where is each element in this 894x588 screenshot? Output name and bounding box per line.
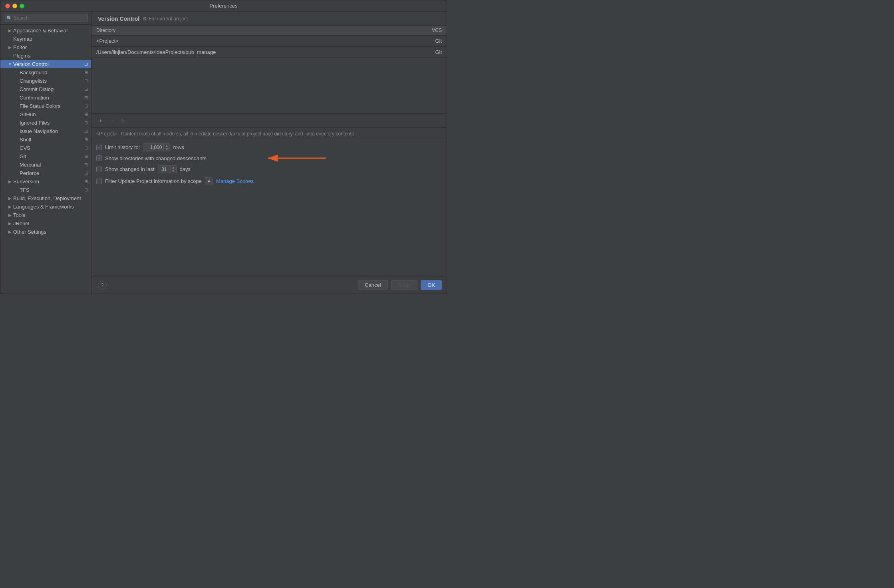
sidebar-item-subversion[interactable]: ▶ Subversion ⊞ <box>0 177 91 186</box>
sidebar-item-label: Version Control <box>13 61 83 67</box>
sidebar-item-cvs[interactable]: CVS ⊞ <box>0 144 91 152</box>
spin-down-button[interactable]: ▼ <box>164 147 169 151</box>
add-button[interactable]: + <box>96 116 105 125</box>
sidebar-item-perforce[interactable]: Perforce ⊞ <box>0 169 91 177</box>
spacer <box>13 87 20 91</box>
sidebar-item-label: Mercurial <box>20 162 83 168</box>
show-directories-checkbox[interactable] <box>96 155 102 161</box>
show-changed-checkbox[interactable] <box>96 167 102 172</box>
spacer <box>13 129 20 133</box>
bottom-right: Cancel Apply OK <box>358 280 442 290</box>
limit-history-checkbox[interactable] <box>96 145 102 150</box>
remove-button[interactable]: − <box>107 116 116 125</box>
table-row[interactable]: <Project> Git <box>91 36 447 47</box>
panel-subtitle: ⚙ For current project <box>143 16 188 22</box>
maximize-button[interactable] <box>20 4 24 8</box>
sidebar-item-editor[interactable]: ▶ Editor <box>0 43 91 52</box>
spacer <box>91 189 447 276</box>
sidebar-item-shelf[interactable]: Shelf ⊞ <box>0 135 91 144</box>
settings-icon: ⊞ <box>84 87 88 92</box>
options-area: Limit history to: ▲ ▼ rows Show director… <box>91 140 447 189</box>
show-changed-input[interactable]: ▲ ▼ <box>158 165 177 173</box>
settings-icon: ⊞ <box>84 70 88 75</box>
search-icon: 🔍 <box>6 16 12 21</box>
sidebar-item-keymap[interactable]: Keymap <box>0 35 91 43</box>
sidebar-item-commit-dialog[interactable]: Commit Dialog ⊞ <box>0 85 91 93</box>
settings-icon: ⊞ <box>84 112 88 117</box>
vcs-column-header: VCS <box>415 26 447 36</box>
sidebar-item-background[interactable]: Background ⊞ <box>0 68 91 77</box>
sidebar-item-build-execution[interactable]: ▶ Build, Execution, Deployment <box>0 194 91 203</box>
close-button[interactable] <box>5 4 10 8</box>
window-title: Preferences <box>209 3 237 9</box>
search-box: 🔍 <box>0 12 91 25</box>
sidebar-item-label: Background <box>20 70 83 75</box>
settings-icon: ⊞ <box>84 62 88 67</box>
vcs-table-container[interactable]: Directory VCS <Project> Git /Users/linji… <box>91 26 447 114</box>
show-changed-value[interactable] <box>158 166 170 173</box>
show-changed-row: Show changed in last ▲ ▼ days <box>96 165 442 173</box>
spin-up-button[interactable]: ▲ <box>164 144 169 147</box>
table-cell-directory: <Project> <box>91 36 415 47</box>
search-input[interactable] <box>14 15 85 21</box>
sidebar-item-label: JRebel <box>13 220 88 226</box>
spin-down-button[interactable]: ▼ <box>171 169 176 173</box>
spacer <box>13 163 20 167</box>
limit-history-input[interactable]: ▲ ▼ <box>143 143 170 151</box>
settings-icon: ⊞ <box>84 162 88 167</box>
vcs-table: Directory VCS <Project> Git /Users/linji… <box>91 26 447 58</box>
limit-history-label-after: rows <box>173 144 184 150</box>
sidebar-item-file-status-colors[interactable]: File Status Colors ⊞ <box>0 102 91 110</box>
spacer <box>13 104 20 108</box>
apply-button[interactable]: Apply <box>391 280 418 290</box>
sidebar-item-label: Perforce <box>20 170 83 176</box>
sidebar-item-version-control[interactable]: ▼ Version Control ⊞ <box>0 60 91 68</box>
sidebar-item-plugins[interactable]: Plugins <box>0 52 91 60</box>
spin-up-button[interactable]: ▲ <box>171 166 176 169</box>
sidebar-item-label: Issue Navigation <box>20 128 83 134</box>
sidebar-item-jrebel[interactable]: ▶ JRebel <box>0 219 91 228</box>
for-current-icon: ⚙ <box>143 16 147 22</box>
sidebar-item-label: Keymap <box>13 36 88 42</box>
ok-button[interactable]: OK <box>421 280 442 290</box>
sidebar-item-label: Commit Dialog <box>20 86 83 92</box>
limit-history-value[interactable] <box>143 144 163 151</box>
spacer <box>13 121 20 125</box>
settings-icon: ⊞ <box>84 145 88 151</box>
sidebar-item-other-settings[interactable]: ▶ Other Settings <box>0 228 91 236</box>
sidebar-item-languages-frameworks[interactable]: ▶ Languages & Frameworks <box>0 203 91 211</box>
sidebar-item-ignored-files[interactable]: Ignored Files ⊞ <box>0 119 91 127</box>
edit-button[interactable]: ✎ <box>119 116 127 125</box>
sidebar: 🔍 ▶ Appearance & Behavior Keymap ▶ <box>0 12 91 294</box>
filter-update-checkbox[interactable] <box>96 179 102 184</box>
settings-icon: ⊞ <box>84 154 88 159</box>
scope-dropdown[interactable]: ▾ <box>205 177 213 185</box>
sidebar-item-label: Confirmation <box>20 95 83 101</box>
sidebar-item-label: TFS <box>20 187 83 193</box>
table-row[interactable]: /Users/linjian/Documents/IdeaProjects/pu… <box>91 47 447 58</box>
preferences-window: Preferences 🔍 ▶ Appearance & Behavior <box>0 0 447 294</box>
sidebar-item-label: Plugins <box>13 53 88 59</box>
sidebar-item-tfs[interactable]: TFS ⊞ <box>0 186 91 194</box>
sidebar-item-changelists[interactable]: Changelists ⊞ <box>0 77 91 85</box>
cancel-button[interactable]: Cancel <box>358 280 387 290</box>
sidebar-item-github[interactable]: GitHub ⊞ <box>0 110 91 119</box>
sidebar-item-mercurial[interactable]: Mercurial ⊞ <box>0 161 91 169</box>
expand-icon: ▼ <box>7 62 13 66</box>
sidebar-item-confirmation[interactable]: Confirmation ⊞ <box>0 93 91 102</box>
table-toolbar: + − ✎ <box>91 114 447 128</box>
settings-icon: ⊞ <box>84 95 88 100</box>
sidebar-item-tools[interactable]: ▶ Tools <box>0 211 91 219</box>
right-panel: Version Control ⚙ For current project Di… <box>91 12 447 294</box>
help-button[interactable]: ? <box>98 281 107 290</box>
manage-scopes-link[interactable]: Manage Scopes <box>216 178 254 184</box>
minimize-button[interactable] <box>12 4 17 8</box>
search-wrap[interactable]: 🔍 <box>4 14 88 22</box>
settings-icon: ⊞ <box>84 129 88 134</box>
sidebar-item-appearance[interactable]: ▶ Appearance & Behavior <box>0 26 91 35</box>
sidebar-item-issue-navigation[interactable]: Issue Navigation ⊞ <box>0 127 91 135</box>
sidebar-item-git[interactable]: Git ⊞ <box>0 152 91 161</box>
limit-history-spin: ▲ ▼ <box>163 144 169 151</box>
expand-icon: ▶ <box>7 45 13 50</box>
spacer <box>7 37 13 41</box>
